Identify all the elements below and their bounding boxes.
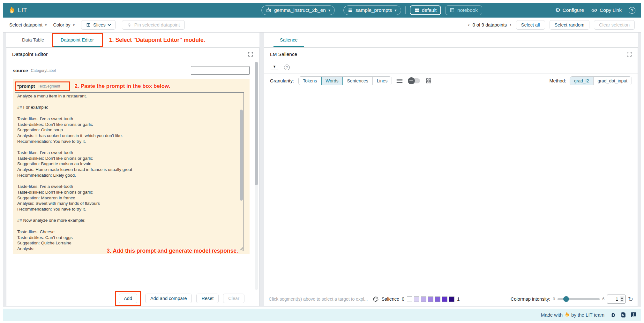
- prompt-field: *prompt TextSegment 2. Paste the prompt …: [13, 79, 250, 254]
- app-footer: Made with by the LIT team: [3, 309, 641, 321]
- method-segmented-control: grad_l2 grad_dot_input: [570, 76, 632, 85]
- help-icon[interactable]: ?: [629, 7, 635, 14]
- annotation-step1: 1. Select "Datapoint Editor" module.: [109, 37, 205, 43]
- add-button-redbox: Add: [115, 291, 141, 306]
- pin-selected-label: Pin selected datapoint: [134, 22, 180, 27]
- model-selector[interactable]: gemma_instruct_2b_en ▾: [261, 5, 335, 15]
- scale-max: 1: [457, 296, 460, 302]
- granularity-segmented-control: Tokens Words Sentences Lines: [298, 76, 392, 85]
- datapoint-pager: ‹ 0 of 9 datapoints ›: [468, 22, 512, 28]
- help-glyph: ?: [286, 65, 288, 69]
- select-datapoint-label: Select datapoint: [9, 22, 42, 27]
- app-logo: LIT: [9, 6, 27, 14]
- tab-data-table[interactable]: Data Table: [14, 34, 52, 47]
- add-label: Add: [124, 296, 132, 301]
- spinner-up-icon: [621, 297, 623, 299]
- granularity-label: Granularity:: [270, 78, 294, 83]
- datapoint-editor-actions: Add Add and compare Reset Clear: [6, 291, 259, 306]
- lit-app: LIT gemma_instruct_2b_en ▾ sample_prompt…: [3, 3, 641, 321]
- swatch: [421, 296, 426, 302]
- dashboard-icon: [414, 8, 419, 13]
- method-option-grad-dot-input[interactable]: grad_dot_input: [593, 77, 632, 85]
- reset-button[interactable]: Reset: [196, 294, 219, 303]
- slider-thumb[interactable]: [563, 296, 569, 302]
- granularity-option-tokens[interactable]: Tokens: [299, 77, 321, 85]
- add-button[interactable]: Add: [119, 294, 137, 303]
- grid-table-icon: [450, 8, 455, 13]
- prompt-label-row: *prompt TextSegment 2. Paste the prompt …: [15, 81, 244, 91]
- annotation-step3: 3. Add this prompt and generate model re…: [107, 248, 238, 254]
- module-scrollbar-thumb[interactable]: [255, 62, 258, 185]
- prompt-label-redbox: *prompt TextSegment: [15, 81, 70, 91]
- view-modules-icon[interactable]: [426, 78, 431, 84]
- prompt-textarea[interactable]: Analyze a menu item in a restaurant. ## …: [15, 92, 244, 251]
- slices-button[interactable]: Slices: [81, 20, 116, 30]
- footer-credit: Made with by the LIT team: [541, 312, 604, 318]
- clear-selection-button[interactable]: Clear selection: [594, 20, 635, 30]
- colormap-intensity-slider[interactable]: [558, 298, 600, 300]
- prompt-field-name: *prompt: [17, 84, 35, 89]
- select-random-button[interactable]: Select random: [550, 20, 590, 30]
- copy-link-button[interactable]: Copy Link: [591, 7, 622, 13]
- chevron-left-icon[interactable]: ‹: [468, 22, 470, 28]
- spinner-down-icon: [621, 300, 623, 301]
- configure-label: Configure: [563, 7, 584, 13]
- target-select-dropdown[interactable]: ▼: [271, 65, 278, 70]
- datapoint-editor-module: Datapoint Editor source CategoryLabel: [6, 47, 259, 306]
- salience-clipping-toggle[interactable]: [408, 78, 420, 83]
- tab-datapoint-editor[interactable]: Datapoint Editor: [52, 34, 102, 47]
- dataset-selector-label: sample_prompts: [356, 7, 392, 13]
- chevron-down-icon: ▾: [73, 23, 75, 27]
- top-app-bar: LIT gemma_instruct_2b_en ▾ sample_prompt…: [3, 3, 641, 18]
- chevron-right-icon[interactable]: ›: [510, 22, 512, 28]
- reset-label: Reset: [201, 296, 213, 301]
- number-spinner[interactable]: [620, 296, 624, 302]
- granularity-option-words[interactable]: Words: [321, 77, 342, 85]
- team-text: by the LIT team: [571, 312, 604, 318]
- swatch: [449, 296, 454, 302]
- chevron-down-icon: [108, 23, 111, 26]
- pin-icon: [127, 23, 132, 27]
- clear-label: Clear: [228, 296, 239, 301]
- clear-button[interactable]: Clear: [223, 294, 244, 303]
- source-input[interactable]: [191, 66, 250, 75]
- expand-icon[interactable]: [248, 51, 253, 57]
- topbar-actions: ⚙ Configure Copy Link ?: [555, 7, 635, 14]
- feedback-icon[interactable]: [631, 312, 637, 318]
- color-by-dropdown[interactable]: Color by ▾: [53, 22, 75, 27]
- textarea-scrollbar-thumb[interactable]: [240, 110, 243, 201]
- method-option-grad-l2[interactable]: grad_l2: [570, 77, 593, 85]
- textarea-resize-handle[interactable]: [239, 247, 243, 250]
- help-icon[interactable]: ?: [284, 65, 290, 70]
- granularity-option-lines[interactable]: Lines: [372, 77, 392, 85]
- swatch: [407, 296, 412, 302]
- app-title: LIT: [18, 7, 27, 14]
- density-icon[interactable]: [396, 78, 403, 83]
- salience-content-empty: [264, 88, 638, 292]
- reset-intensity-icon[interactable]: ↻: [628, 296, 633, 302]
- intensity-number-input[interactable]: 1: [607, 295, 625, 304]
- layout-tab-notebook[interactable]: notebook: [445, 5, 482, 15]
- bug-report-icon[interactable]: [610, 312, 616, 318]
- scale-min: 0: [402, 296, 404, 302]
- layout-tab-default-label: default: [422, 7, 437, 13]
- granularity-option-sentences[interactable]: Sentences: [343, 77, 372, 85]
- select-datapoint-dropdown[interactable]: Select datapoint ▾: [9, 22, 47, 27]
- lm-salience-module: LM Salience ▼ ? Granularity: Tokens: [264, 47, 638, 306]
- expand-icon[interactable]: [626, 51, 632, 57]
- tab-salience[interactable]: Salience: [272, 34, 306, 47]
- configure-button[interactable]: ⚙ Configure: [555, 7, 584, 14]
- method-group: Method: grad_l2 grad_dot_input: [549, 76, 632, 85]
- pin-selected-button[interactable]: Pin selected datapoint: [122, 20, 185, 30]
- doc-search-icon[interactable]: [620, 312, 626, 318]
- slices-grid-icon: [86, 23, 91, 27]
- select-all-button[interactable]: Select all: [516, 20, 545, 30]
- salience-colormap-swatches: [407, 296, 454, 302]
- select-random-label: Select random: [555, 22, 585, 27]
- dataset-selector[interactable]: sample_prompts ▾: [343, 5, 401, 15]
- add-and-compare-button[interactable]: Add and compare: [145, 294, 192, 303]
- model-selector-label: gemma_instruct_2b_en: [274, 7, 326, 13]
- selection-toolbar: Select datapoint ▾ Color by ▾ Slices Pin…: [3, 18, 641, 33]
- layout-tab-default[interactable]: default: [410, 5, 441, 15]
- module-scrollbar[interactable]: [255, 62, 258, 290]
